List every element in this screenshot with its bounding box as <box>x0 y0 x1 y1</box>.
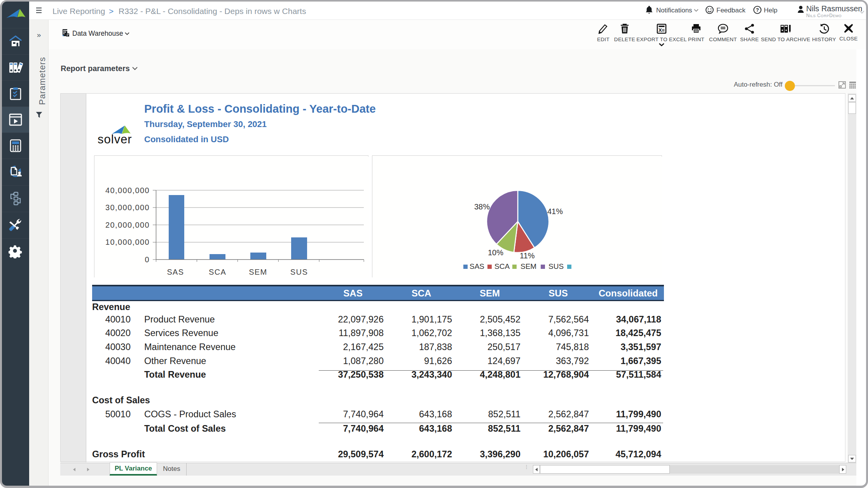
svg-text:40,000,000: 40,000,000 <box>105 186 150 195</box>
svg-text:?: ? <box>756 7 759 13</box>
svg-text:0: 0 <box>145 255 150 264</box>
svg-text:solver: solver <box>98 132 132 145</box>
svg-text:SUS: SUS <box>548 262 564 270</box>
svg-text:38%: 38% <box>474 202 490 211</box>
svg-text:30,000,000: 30,000,000 <box>105 203 150 212</box>
svg-text:SAS: SAS <box>167 268 184 276</box>
svg-text:SCA: SCA <box>494 262 510 270</box>
svg-text:SAS: SAS <box>470 262 484 270</box>
svg-text:SCA: SCA <box>209 268 226 276</box>
svg-text:SUS: SUS <box>290 268 308 276</box>
svg-text:X: X <box>658 27 662 33</box>
svg-text:10%: 10% <box>488 248 503 257</box>
svg-text:41%: 41% <box>547 207 563 216</box>
svg-text:10,000,000: 10,000,000 <box>105 238 150 246</box>
svg-text:11%: 11% <box>520 251 535 260</box>
svg-text:SEM: SEM <box>520 262 536 270</box>
svg-text:SEM: SEM <box>249 268 267 276</box>
svg-text:20,000,000: 20,000,000 <box>105 221 150 229</box>
